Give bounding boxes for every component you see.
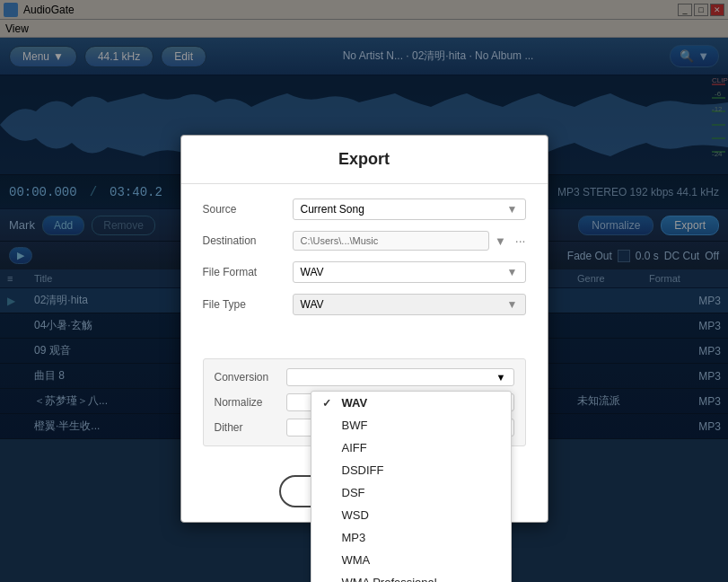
conversion-control[interactable]: ▼ [286, 368, 514, 386]
file-type-dropdown[interactable]: ✓ WAV BWF AIFF DSDIFF [311, 391, 512, 582]
destination-more-button[interactable]: ··· [515, 234, 526, 248]
sample-rate-placeholder [203, 326, 526, 351]
source-dropdown-icon: ▼ [507, 203, 518, 216]
dropdown-item-wma[interactable]: WMA [311, 549, 511, 571]
destination-path[interactable]: C:\Users\...\Music [293, 231, 489, 251]
export-dialog: Export Source Current Song ▼ Destination… [180, 135, 548, 523]
modal-overlay: Export Source Current Song ▼ Destination… [0, 0, 728, 582]
dropdown-label-dsdiff: DSDIFF [342, 463, 384, 477]
dropdown-label-wsd: WSD [342, 508, 369, 522]
file-format-value: WAV [301, 266, 324, 278]
dropdown-label-aiff: AIFF [342, 441, 367, 454]
dropdown-label-wav: WAV [342, 396, 368, 410]
file-type-select[interactable]: WAV ▼ [293, 294, 526, 315]
dropdown-item-dsdiff[interactable]: DSDIFF [311, 459, 511, 481]
file-format-select[interactable]: WAV ▼ [293, 261, 526, 283]
dropdown-item-wma-pro[interactable]: WMA Professional [311, 571, 511, 582]
source-label: Source [203, 203, 293, 216]
destination-control: C:\Users\...\Music ▼ ··· [293, 231, 526, 251]
conversion-row: Conversion ▼ [215, 368, 514, 386]
destination-label: Destination [203, 234, 293, 247]
conversion-arrow: ▼ [496, 372, 506, 383]
file-type-value: WAV [301, 298, 324, 311]
dropdown-label-wma: WMA [342, 553, 371, 567]
source-select[interactable]: Current Song ▼ [293, 198, 526, 220]
conversion-label: Conversion [215, 371, 286, 384]
destination-row: Destination C:\Users\...\Music ▼ ··· [203, 231, 526, 251]
dropdown-item-mp3[interactable]: MP3 [311, 526, 511, 549]
dropdown-label-mp3: MP3 [342, 531, 366, 544]
destination-dropdown-icon: ▼ [495, 234, 506, 248]
normalize-label: Normalize [215, 396, 286, 409]
file-type-dropdown-icon: ▼ [507, 298, 518, 311]
dropdown-item-wav[interactable]: ✓ WAV [311, 392, 511, 414]
dropdown-item-wsd[interactable]: WSD [311, 504, 511, 526]
file-type-row: File Type WAV ▼ ✓ WAV BWF [203, 294, 526, 315]
dropdown-label-dsf: DSF [342, 486, 365, 499]
dialog-body: Source Current Song ▼ Destination C:\Use… [181, 184, 548, 468]
file-format-row: File Format WAV ▼ [203, 261, 526, 283]
file-type-control: WAV ▼ [293, 294, 526, 315]
dropdown-item-aiff[interactable]: AIFF [311, 436, 511, 459]
dropdown-label-bwf: BWF [342, 419, 368, 432]
dialog-title: Export [181, 136, 548, 184]
source-control: Current Song ▼ [293, 198, 526, 220]
file-type-label: File Type [203, 298, 293, 311]
checkmark-icon: ✓ [322, 397, 335, 410]
source-row: Source Current Song ▼ [203, 198, 526, 220]
dropdown-label-wma-pro: WMA Professional [342, 576, 437, 582]
file-format-dropdown-icon: ▼ [507, 266, 518, 278]
source-value: Current Song [301, 203, 364, 216]
dropdown-item-bwf[interactable]: BWF [311, 414, 511, 436]
file-format-label: File Format [203, 266, 293, 278]
dither-label: Dither [215, 421, 286, 434]
file-format-control: WAV ▼ [293, 261, 526, 283]
dropdown-item-dsf[interactable]: DSF [311, 481, 511, 504]
